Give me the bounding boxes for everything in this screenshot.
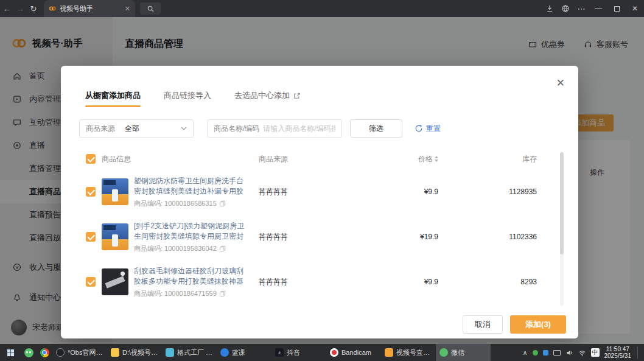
- tab-import-by-link[interactable]: 商品链接导入: [164, 90, 211, 107]
- live-companion-icon: [385, 348, 393, 357]
- column-header-source: 商品来源: [259, 154, 399, 164]
- taskbar-app-label: D:\视频号直播...: [122, 348, 158, 357]
- modal-scrollbar[interactable]: [560, 152, 564, 306]
- globe-icon[interactable]: [558, 0, 573, 17]
- search-field-label: 商品名称/编码: [214, 124, 259, 134]
- tab-add-from-showcase[interactable]: 从橱窗添加商品: [85, 90, 141, 107]
- column-header-price: 价格: [399, 154, 438, 164]
- copy-icon[interactable]: [219, 245, 226, 252]
- product-row: 刮胶器毛刺修边器硅胶刮刀玻璃刮胶板多功能专用打胶美缝抹胶神器 商品编码: 100…: [61, 259, 578, 304]
- speaker-icon[interactable]: [565, 349, 573, 357]
- product-source-select[interactable]: 商品来源 全部: [79, 119, 194, 138]
- tray-expand-icon[interactable]: ∧: [522, 349, 527, 357]
- obs-icon: [56, 348, 65, 357]
- minimize-button[interactable]: —: [589, 0, 607, 17]
- product-title-link[interactable]: 塑钢泥防水防霉卫生间厨房洗手台密封胶填缝剂美缝封边补漏专用胶150ml...: [134, 176, 245, 197]
- price-header-label: 价格: [418, 154, 433, 164]
- product-row: 塑钢泥防水防霉卫生间厨房洗手台密封胶填缝剂美缝封边补漏专用胶150ml... 商…: [61, 169, 578, 214]
- tray-blue-app-icon[interactable]: [543, 350, 548, 356]
- taskbar-app-label: *Obs官网电脑...: [68, 348, 103, 357]
- modal-close-icon[interactable]: ✕: [556, 78, 565, 88]
- forward-icon[interactable]: →: [13, 4, 27, 13]
- column-header-info: 商品信息: [102, 154, 259, 164]
- maximize-icon: [614, 6, 620, 12]
- system-tray: ∧ 中 11:50:47 2025/5/31: [522, 346, 644, 360]
- filter-button[interactable]: 筛选: [350, 119, 402, 138]
- ime-indicator[interactable]: 中: [591, 348, 600, 357]
- close-window-button[interactable]: ✕: [626, 0, 644, 17]
- product-row: [到手2支送铲刀]强力塑钢泥厨房卫生间密封胶美缝填隙专用厨卫密封胶150M...…: [61, 214, 578, 259]
- chrome-icon: [40, 348, 49, 357]
- scrollbar-thumb[interactable]: [560, 152, 564, 254]
- show-desktop-button[interactable]: [637, 346, 639, 359]
- external-link-icon: [293, 92, 301, 100]
- add-product-modal: ✕ 从橱窗添加商品 商品链接导入 去选品中心添加 商品来源 全部 商品名称/编码…: [61, 66, 578, 338]
- product-code: 商品编码: 10000195836042: [134, 244, 217, 253]
- product-source: 苒苒苒苒: [259, 187, 399, 197]
- tray-green-app-icon[interactable]: [533, 350, 538, 356]
- tab-close-icon[interactable]: ✕: [125, 5, 130, 13]
- taskbar-app-label: 微信: [451, 348, 464, 357]
- tab-favicon-channels-logo-icon: [49, 5, 56, 12]
- tab-search-button[interactable]: [140, 2, 161, 15]
- start-button[interactable]: [0, 344, 21, 361]
- bandicam-icon: [330, 348, 338, 357]
- taskbar-app-lanke[interactable]: 蓝课: [217, 344, 271, 361]
- tray-monitor-icon[interactable]: [553, 350, 561, 356]
- taskbar-app-bandicam[interactable]: Bandicam: [326, 344, 381, 361]
- product-search-input[interactable]: [263, 124, 335, 133]
- column-header-stock: 库存: [438, 154, 537, 164]
- row-checkbox[interactable]: [86, 277, 96, 287]
- taskbar-app-douyin[interactable]: ♪ 抖音: [271, 344, 326, 361]
- taskbar-app-folder[interactable]: D:\视频号直播...: [107, 344, 162, 361]
- product-price: ¥9.9: [399, 188, 438, 196]
- product-source: 苒苒苒苒: [259, 277, 399, 287]
- confirm-add-button[interactable]: 添加(3): [510, 315, 566, 334]
- product-stock: 1102336: [438, 233, 537, 241]
- row-checkbox[interactable]: [86, 232, 96, 242]
- reset-button[interactable]: 重置: [415, 124, 441, 134]
- maximize-button[interactable]: [607, 0, 626, 17]
- product-title-link[interactable]: [到手2支送铲刀]强力塑钢泥厨房卫生间密封胶美缝填隙专用厨卫密封胶150M...: [134, 221, 245, 242]
- tab-label: 去选品中心添加: [234, 90, 290, 101]
- tab-selection-center[interactable]: 去选品中心添加: [234, 90, 301, 107]
- product-price: ¥9.9: [399, 278, 438, 286]
- taskbar-app-wechat[interactable]: 微信: [436, 344, 491, 361]
- douyin-icon: ♪: [275, 348, 284, 357]
- row-checkbox[interactable]: [86, 187, 96, 197]
- tab-title: 视频号助手: [60, 4, 121, 13]
- taskbar-app-label: Bandicam: [341, 349, 371, 356]
- product-source: 苒苒苒苒: [259, 232, 399, 242]
- tab-label: 从橱窗添加商品: [85, 90, 141, 101]
- chrome-quick-launch[interactable]: [37, 344, 52, 361]
- product-title-link[interactable]: 刮胶器毛刺修边器硅胶刮刀玻璃刮胶板多功能专用打胶美缝抹胶神器: [134, 266, 245, 287]
- network-icon[interactable]: [578, 349, 586, 357]
- product-code: 商品编码: 10000186586315: [134, 199, 217, 208]
- taskbar-app-label: 格式工厂 X64 ...: [177, 348, 213, 357]
- copy-icon[interactable]: [219, 290, 226, 297]
- back-icon[interactable]: ←: [0, 4, 13, 13]
- reset-refresh-icon: [415, 124, 423, 133]
- download-icon[interactable]: [542, 0, 558, 17]
- more-menu-icon[interactable]: ⋯: [573, 0, 589, 17]
- taskbar-app-label: 抖音: [287, 348, 300, 357]
- copy-icon[interactable]: [219, 200, 226, 207]
- folder-icon: [111, 348, 119, 357]
- tray-time: 11:50:47: [604, 346, 632, 353]
- browser-tab[interactable]: 视频号助手 ✕: [44, 0, 135, 17]
- refresh-icon[interactable]: ↻: [27, 4, 40, 13]
- product-price: ¥19.9: [399, 233, 438, 241]
- product-code: 商品编码: 10000186471559: [134, 289, 217, 298]
- tray-clock[interactable]: 11:50:47 2025/5/31: [604, 346, 632, 360]
- cancel-button[interactable]: 取消: [463, 315, 503, 334]
- taskbar-app-live-companion[interactable]: 视频号直播伴侣: [381, 344, 436, 361]
- source-select-value: 全部: [115, 124, 181, 134]
- tab-label: 商品链接导入: [164, 90, 211, 101]
- wechat-quick-launch[interactable]: [21, 344, 37, 361]
- taskbar-app-obs[interactable]: *Obs官网电脑...: [52, 344, 107, 361]
- select-all-checkbox[interactable]: [86, 154, 96, 164]
- windows-taskbar: *Obs官网电脑... D:\视频号直播... 格式工厂 X64 ... 蓝课 …: [0, 344, 644, 361]
- format-factory-icon: [166, 348, 174, 357]
- taskbar-app-label: 蓝课: [232, 348, 245, 357]
- taskbar-app-format-factory[interactable]: 格式工厂 X64 ...: [162, 344, 217, 361]
